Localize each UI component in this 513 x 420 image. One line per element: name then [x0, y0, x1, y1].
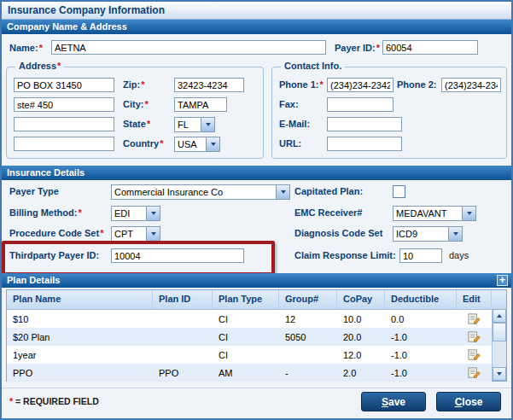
fax-input[interactable]	[327, 97, 393, 112]
close-button[interactable]: Close	[436, 392, 501, 411]
payer-id-label: Payer ID:*	[335, 43, 380, 53]
cell-plan-name: $10	[7, 314, 153, 324]
column-header-plan-type[interactable]: Plan Type	[213, 290, 279, 309]
phone2-label: Phone 2:	[397, 79, 436, 90]
required-asterisk: *	[141, 79, 144, 90]
contact-info-group-title: Contact Info.	[281, 61, 345, 71]
country-select[interactable]: USA	[174, 137, 220, 152]
thirdparty-payer-id-input[interactable]	[111, 248, 244, 263]
table-row[interactable]: PPO PPO AM - 2.0 -1.0	[7, 364, 492, 382]
cell-copay: 2.0	[337, 368, 385, 378]
claim-response-limit-input[interactable]	[399, 248, 442, 263]
phone2-input[interactable]	[441, 78, 501, 92]
cell-edit	[457, 312, 492, 326]
scroll-up-button[interactable]	[493, 309, 506, 323]
edit-icon	[468, 330, 481, 343]
cell-plan-id: PPO	[153, 368, 213, 378]
section-header-company-label: Company Name & Address	[7, 21, 127, 32]
emc-receiver-label: EMC Receiver#	[294, 207, 363, 218]
chevron-down-icon	[201, 118, 214, 131]
column-header-copay[interactable]: CoPay	[337, 290, 385, 309]
edit-plan-button[interactable]	[467, 366, 482, 380]
cell-deductible: -1.0	[385, 332, 457, 342]
cell-edit	[457, 330, 492, 344]
required-asterisk: *	[319, 79, 323, 90]
cell-edit	[457, 366, 492, 380]
cell-copay: 12.0	[337, 350, 385, 360]
table-row[interactable]: 1year CI 12.0 -1.0	[7, 346, 492, 364]
name-input[interactable]	[51, 40, 326, 55]
email-field[interactable]	[327, 117, 402, 131]
city-input[interactable]	[174, 97, 227, 112]
required-asterisk: *	[100, 228, 103, 238]
cell-copay: 10.0	[337, 314, 385, 324]
section-header-plan-details-label: Plan Details	[7, 275, 60, 285]
section-header-plan-details: Plan Details +	[2, 273, 511, 288]
cell-plan-type: CI	[213, 314, 279, 324]
cell-edit	[457, 348, 492, 362]
cell-plan-type: CI	[213, 332, 279, 342]
table-row[interactable]: $10 CI 12 10.0 0.0	[7, 310, 492, 328]
edit-icon	[468, 312, 481, 325]
address-line3-input[interactable]	[14, 117, 114, 131]
add-plan-button[interactable]: +	[497, 275, 508, 286]
state-select[interactable]: FL	[174, 117, 215, 132]
thirdparty-payer-id-label: Thirdparty Payer ID:	[9, 250, 99, 260]
section-header-insurance-details-label: Insurance Details	[7, 167, 85, 178]
days-label: days	[449, 250, 469, 260]
edit-icon	[468, 366, 481, 379]
required-asterisk: *	[57, 61, 61, 71]
payer-id-input[interactable]	[382, 40, 478, 55]
insurance-company-window: Insurance Company Information Company Na…	[0, 0, 513, 420]
edit-plan-button[interactable]	[467, 348, 482, 362]
scroll-thumb[interactable]	[493, 323, 506, 341]
column-header-edit[interactable]: Edit	[457, 290, 492, 309]
address-group-title: Address*	[15, 61, 64, 71]
column-header-group[interactable]: Group#	[279, 290, 337, 309]
column-header-plan-id[interactable]: Plan ID	[153, 290, 213, 309]
required-asterisk: *	[9, 396, 13, 406]
required-asterisk: *	[376, 43, 380, 53]
emc-receiver-select[interactable]: MEDAVANT	[393, 206, 476, 221]
diagnosis-code-set-select-value: ICD9	[393, 229, 448, 239]
footer-divider	[2, 388, 511, 388]
save-button[interactable]: Save	[361, 392, 426, 411]
scroll-down-button[interactable]	[493, 367, 506, 381]
title-bar: Insurance Company Information	[2, 2, 511, 20]
table-scrollbar[interactable]	[492, 309, 506, 381]
billing-method-select[interactable]: EDI	[111, 206, 160, 221]
url-input[interactable]	[327, 137, 402, 151]
column-header-plan-name[interactable]: Plan Name	[7, 290, 153, 309]
cell-copay: 20.0	[337, 332, 385, 342]
column-header-deductible[interactable]: Deductible	[385, 290, 457, 309]
email-label: E-Mail:	[279, 119, 310, 129]
address-line4-input[interactable]	[14, 137, 114, 151]
procedure-code-set-label: Procedure Code Set*	[9, 228, 103, 238]
address-line2-input[interactable]	[14, 97, 114, 112]
edit-plan-button[interactable]	[467, 330, 482, 344]
required-field-note: * = REQUIRED FIELD	[9, 396, 99, 406]
chevron-down-icon	[146, 207, 160, 220]
address-line1-input[interactable]	[14, 78, 114, 92]
phone1-input[interactable]	[327, 78, 393, 92]
procedure-code-set-select-value: CPT	[112, 229, 146, 239]
edit-plan-button[interactable]	[467, 312, 482, 326]
table-row[interactable]: $20 Plan CI 5050 20.0 -1.0	[7, 328, 492, 346]
cell-plan-name: $20 Plan	[7, 332, 153, 342]
zip-label: Zip:*	[123, 79, 144, 90]
required-asterisk: *	[78, 207, 81, 218]
zip-input[interactable]	[174, 78, 244, 92]
plus-icon: +	[499, 274, 505, 286]
diagnosis-code-set-select[interactable]: ICD9	[393, 226, 463, 242]
procedure-code-set-select[interactable]: CPT	[111, 226, 160, 242]
capitated-plan-checkbox[interactable]	[393, 185, 405, 198]
diagnosis-code-set-label: Diagnosis Code Set	[294, 228, 382, 238]
payer-type-label: Payer Type	[9, 186, 59, 196]
payer-type-select[interactable]: Commercial Insurance Co	[111, 184, 290, 200]
edit-icon	[468, 348, 481, 361]
cell-deductible: 0.0	[385, 314, 457, 324]
column-header-scroll-spacer	[492, 290, 506, 309]
city-label: City:*	[123, 99, 149, 109]
required-asterisk: *	[144, 99, 148, 109]
address-group: Address* Zip:* City:* State* FL Country*…	[6, 67, 264, 159]
